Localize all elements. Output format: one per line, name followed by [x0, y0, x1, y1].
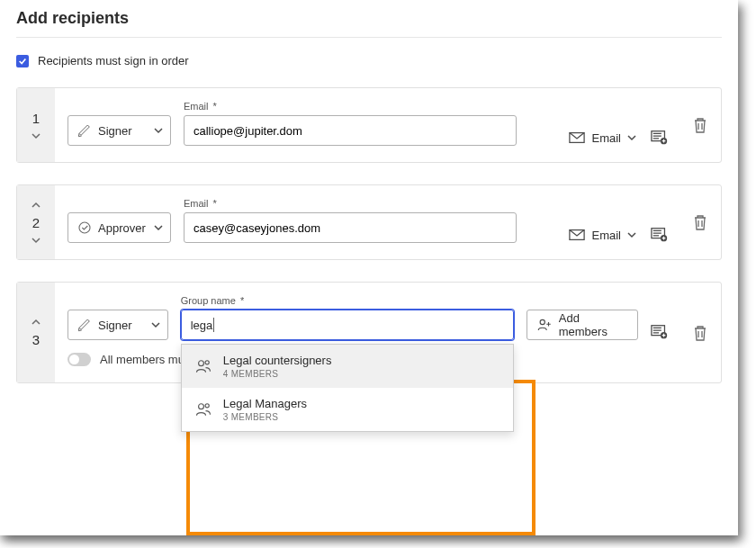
role-label: Signer: [98, 124, 132, 138]
group-autocomplete-item[interactable]: Legal Managers 3 MEMBERS: [182, 388, 513, 431]
chevron-down-icon[interactable]: [32, 236, 40, 245]
role-select[interactable]: Signer: [68, 115, 171, 146]
recipient-row: 2 Approver Email *: [16, 184, 722, 260]
email-label: Email *: [184, 198, 517, 209]
email-label: Email *: [184, 101, 517, 112]
order-handle[interactable]: 1: [17, 88, 55, 162]
group-option-name: Legal Managers: [223, 397, 307, 410]
svg-point-11: [540, 319, 544, 324]
order-handle[interactable]: 2: [17, 185, 55, 259]
group-name-label: Group name *: [181, 295, 514, 306]
delivery-label: Email: [591, 229, 621, 242]
chevron-down-icon: [154, 223, 163, 232]
role-label: Approver: [98, 221, 146, 235]
add-members-icon: [536, 317, 553, 333]
delivery-select[interactable]: Email: [569, 229, 636, 242]
sign-in-order-checkbox[interactable]: [16, 55, 29, 67]
role-select[interactable]: Approver: [68, 212, 171, 243]
recipient-row: 1 Signer Email *: [16, 87, 722, 163]
envelope-icon: [569, 229, 585, 241]
settings-button[interactable]: [651, 227, 669, 243]
delete-button[interactable]: [693, 325, 707, 341]
svg-point-9: [198, 404, 203, 409]
delete-button[interactable]: [693, 117, 707, 133]
add-members-button[interactable]: Add members: [526, 310, 638, 340]
group-icon: [194, 357, 212, 375]
role-select[interactable]: Signer: [68, 310, 168, 340]
add-members-label: Add members: [559, 311, 628, 338]
chevron-up-icon[interactable]: [32, 201, 40, 210]
group-autocomplete-dropdown: Legal countersigners 4 MEMBERS Legal Man…: [181, 344, 514, 432]
all-members-toggle[interactable]: [68, 353, 91, 366]
check-icon: [18, 57, 27, 66]
group-option-meta: 3 MEMBERS: [223, 412, 307, 422]
chevron-down-icon: [627, 230, 636, 239]
svg-point-10: [205, 404, 209, 408]
order-number: 1: [32, 111, 40, 126]
trash-icon: [693, 214, 707, 230]
settings-plus-icon: [651, 227, 669, 243]
role-label: Signer: [98, 319, 132, 332]
settings-button[interactable]: [651, 324, 669, 340]
trash-icon: [693, 325, 707, 341]
delivery-select[interactable]: Email: [569, 131, 636, 145]
order-number: 2: [32, 215, 40, 230]
chevron-up-icon[interactable]: [32, 318, 40, 327]
recipient-row: 3 Signer Group name * lega: [16, 282, 722, 383]
order-number: 3: [32, 332, 40, 347]
settings-plus-icon: [651, 130, 669, 146]
chevron-down-icon[interactable]: [32, 131, 40, 140]
group-name-input[interactable]: lega: [181, 310, 514, 340]
all-members-label: All members must: [100, 353, 194, 366]
group-option-name: Legal countersigners: [223, 354, 332, 367]
sign-in-order-label: Recipients must sign in order: [38, 54, 189, 67]
trash-icon: [693, 117, 707, 133]
settings-plus-icon: [651, 324, 669, 340]
delivery-label: Email: [591, 131, 621, 145]
group-icon: [194, 400, 212, 418]
delete-button[interactable]: [693, 214, 707, 230]
svg-point-3: [79, 222, 90, 233]
order-handle[interactable]: 3: [17, 283, 55, 382]
email-input[interactable]: [184, 212, 517, 243]
envelope-icon: [569, 131, 585, 144]
check-circle-icon: [77, 220, 92, 235]
settings-button[interactable]: [651, 130, 669, 146]
svg-point-8: [205, 361, 209, 364]
group-autocomplete-item[interactable]: Legal countersigners 4 MEMBERS: [182, 345, 513, 388]
pen-icon: [77, 123, 92, 138]
chevron-down-icon: [154, 126, 163, 135]
chevron-down-icon: [151, 320, 160, 329]
email-input[interactable]: [184, 115, 517, 146]
page-title: Add recipients: [16, 9, 722, 38]
svg-point-7: [198, 361, 203, 366]
chevron-down-icon: [627, 133, 636, 142]
pen-icon: [77, 318, 92, 332]
group-option-meta: 4 MEMBERS: [223, 369, 332, 379]
